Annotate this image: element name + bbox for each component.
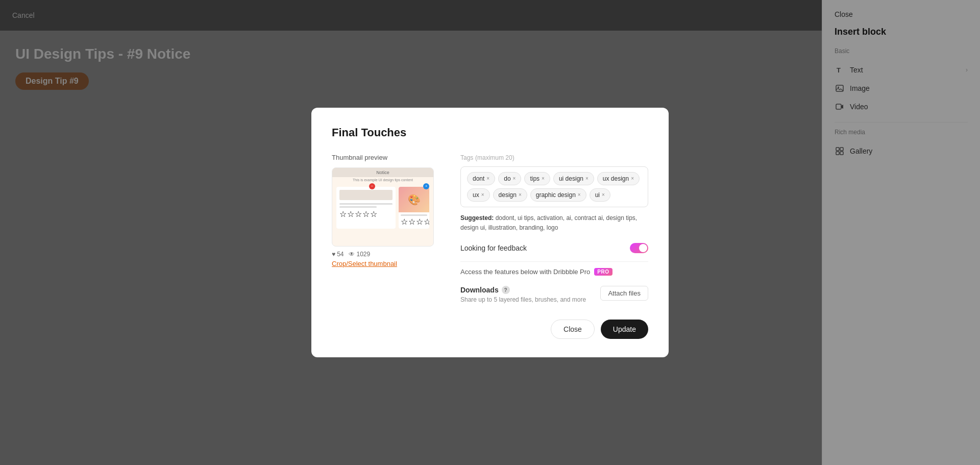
tag-close-ux[interactable]: ×: [481, 192, 484, 198]
thumb-card-right: 🎨 ☆ ☆ ☆ ☆: [399, 187, 429, 229]
thumb-header-text: Notice: [332, 168, 433, 177]
modal: Final Touches Thumbnail preview Notice T…: [311, 108, 669, 357]
tag-close-do[interactable]: ×: [513, 176, 516, 181]
views-stat: 👁 1029: [349, 251, 370, 258]
downloads-section: Downloads ? Share up to 5 layered files,…: [460, 286, 648, 303]
views-count: 1029: [356, 251, 370, 258]
likes-count: 54: [337, 251, 344, 258]
tag-dont: dont×: [467, 172, 495, 185]
crop-select-link[interactable]: Crop/Select thumbnail: [332, 260, 444, 267]
feedback-label: Looking for feedback: [460, 244, 527, 252]
tag-close-tips[interactable]: ×: [542, 176, 545, 181]
pro-badge: PRO: [594, 268, 612, 276]
badge-red: −: [369, 183, 375, 189]
tag-ui: ui×: [590, 188, 610, 202]
modal-title: Final Touches: [332, 126, 648, 139]
modal-divider-1: [460, 261, 648, 262]
downloads-title: Downloads ?: [460, 286, 586, 294]
tag-close-graphic-design[interactable]: ×: [578, 192, 581, 198]
star-3: ☆: [355, 209, 362, 219]
pro-access-row: Access the features below with Dribbble …: [460, 268, 648, 276]
star-2: ☆: [347, 209, 354, 219]
tag-close-ui-design[interactable]: ×: [585, 176, 589, 181]
tag-close-ux-design[interactable]: ×: [631, 176, 634, 181]
star-r3: ☆: [416, 217, 423, 227]
badge-blue: +: [423, 183, 429, 189]
thumb-line-1: [339, 203, 393, 205]
thumb-stars-right: ☆ ☆ ☆ ☆: [401, 217, 427, 227]
tag-graphic-design: graphic design×: [530, 188, 586, 202]
tags-max-text: (maximum 20): [475, 154, 514, 161]
star-5: ☆: [370, 209, 377, 219]
feedback-row: Looking for feedback: [460, 243, 648, 253]
tag-ux-design: ux design×: [597, 172, 640, 185]
likes-stat: ♥ 54: [332, 251, 344, 258]
downloads-label: Downloads: [460, 286, 499, 294]
tags-label-text: Tags: [460, 154, 473, 161]
thumbnail-preview-box: Notice This is example UI design tips co…: [332, 167, 434, 247]
tag-do: do×: [498, 172, 521, 185]
tag-ux: ux×: [467, 188, 490, 202]
thumb-illustration: 🎨: [399, 187, 429, 212]
modal-body: Thumbnail preview Notice This is example…: [332, 154, 648, 303]
heart-icon: ♥: [332, 251, 335, 258]
thumb-image-area: [339, 190, 393, 200]
thumbnail-label: Thumbnail preview: [332, 154, 444, 161]
thumb-stars-left: ☆ ☆ ☆ ☆ ☆: [339, 209, 393, 219]
update-button[interactable]: Update: [601, 320, 648, 339]
tag-close-design[interactable]: ×: [519, 192, 522, 198]
star-1: ☆: [339, 209, 347, 219]
close-button[interactable]: Close: [551, 320, 595, 339]
tags-label: Tags (maximum 20): [460, 154, 648, 161]
thumb-line-2: [339, 206, 377, 208]
eye-icon: 👁: [349, 251, 355, 258]
modal-overlay: Final Touches Thumbnail preview Notice T…: [0, 0, 980, 465]
toggle-knob: [639, 244, 647, 252]
tag-close-dont[interactable]: ×: [486, 176, 489, 181]
feedback-toggle[interactable]: [630, 243, 648, 253]
downloads-desc: Share up to 5 layered files, brushes, an…: [460, 296, 586, 303]
help-icon[interactable]: ?: [502, 286, 510, 294]
modal-footer: Close Update: [332, 320, 648, 339]
suggested-label: Suggested:: [460, 214, 494, 222]
star-4: ☆: [362, 209, 370, 219]
star-r1: ☆: [401, 217, 408, 227]
star-r4: ☆: [424, 217, 429, 227]
thumb-right-line-1: [401, 214, 427, 216]
thumb-inner: ☆ ☆ ☆ ☆ ☆ 🎨 ☆: [332, 183, 433, 233]
tags-section: Tags (maximum 20) dont×do×tips×ui design…: [460, 154, 648, 303]
suggested-tags: Suggested: dodont, ui tips, activation, …: [460, 213, 648, 233]
pro-access-text: Access the features below with Dribbble …: [460, 268, 590, 276]
tag-design: design×: [493, 188, 527, 202]
star-r2: ☆: [408, 217, 415, 227]
tag-ui-design: ui design×: [553, 172, 594, 185]
tag-tips: tips×: [524, 172, 550, 185]
downloads-left: Downloads ? Share up to 5 layered files,…: [460, 286, 586, 303]
thumb-subtext: This is example UI design tips content: [332, 177, 433, 183]
tags-container: dont×do×tips×ui design×ux design×ux×desi…: [460, 166, 648, 207]
attach-files-button[interactable]: Attach files: [600, 286, 648, 301]
thumb-card-left: ☆ ☆ ☆ ☆ ☆: [336, 187, 396, 229]
thumb-stats: ♥ 54 👁 1029: [332, 251, 444, 258]
thumb-right-text: ☆ ☆ ☆ ☆: [399, 212, 429, 229]
thumbnail-section: Thumbnail preview Notice This is example…: [332, 154, 444, 303]
tag-close-ui[interactable]: ×: [602, 192, 605, 198]
